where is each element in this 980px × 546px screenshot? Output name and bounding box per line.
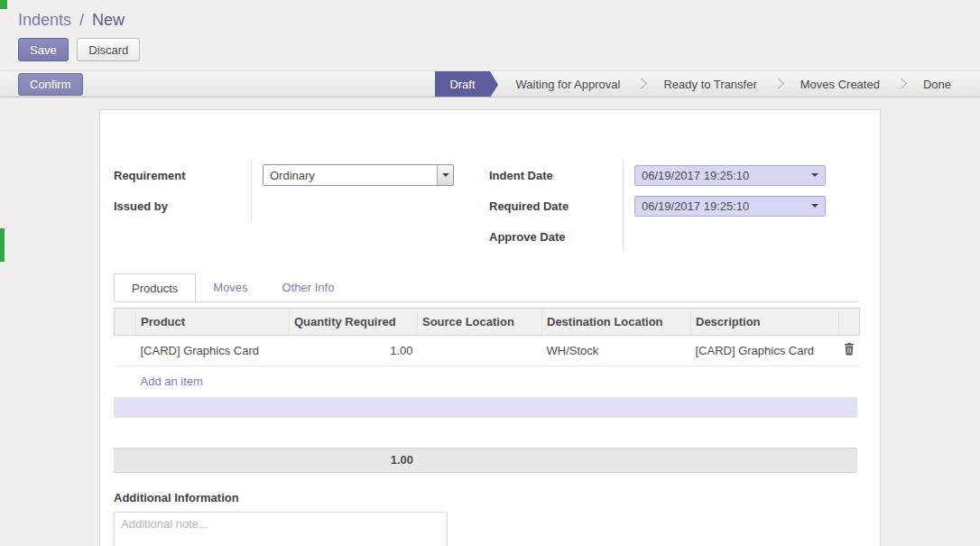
chevron-down-icon [811, 204, 818, 208]
quantity-total-value: 1.00 [114, 449, 418, 472]
additional-information-label: Additional Information [114, 491, 857, 504]
empty-new-row[interactable] [114, 397, 857, 418]
tab-moves[interactable]: Moves [196, 273, 264, 301]
cell-description[interactable]: [CARD] Graphics Card [691, 336, 839, 366]
additional-note-textarea[interactable] [114, 512, 448, 546]
table-header-row: Product Quantity Required Source Locatio… [115, 309, 860, 336]
screen-marker-top-left [0, 0, 7, 9]
form-right-column: Indent Date 06/19/2017 19:25:10 Required… [489, 160, 832, 252]
issued-by-field[interactable] [263, 196, 454, 217]
form-fields: Requirement Ordinary Issued by Indent Da… [114, 160, 857, 252]
required-date-value: 06/19/2017 19:25:10 [642, 199, 749, 213]
additional-information-section: Additional Information [114, 491, 857, 546]
screen-marker-left-edge [0, 228, 5, 262]
tab-products[interactable]: Products [114, 273, 196, 301]
form-sheet: Requirement Ordinary Issued by Indent Da… [99, 109, 881, 546]
status-step-moves-created[interactable]: Moves Created [786, 71, 894, 97]
approve-date-field[interactable] [634, 227, 826, 247]
add-item-row: Add an item [115, 366, 860, 397]
column-actions [839, 309, 860, 336]
screen: Indents / New Save Discard Confirm Draft… [0, 0, 980, 546]
chevron-down-icon [437, 165, 453, 185]
statusbar: Confirm Draft Waiting for Approval Ready… [0, 70, 980, 97]
column-handle [115, 309, 136, 336]
trash-icon [844, 343, 855, 356]
table-row[interactable]: [CARD] Graphics Card 1.00 WH/Stock [CARD… [115, 336, 860, 366]
cell-handle [115, 336, 136, 366]
field-label-required-date: Required Date [489, 190, 623, 221]
form-left-column: Requirement Ordinary Issued by [114, 160, 457, 252]
column-header-description[interactable]: Description [691, 309, 839, 336]
requirement-select[interactable]: Ordinary [263, 164, 454, 186]
indent-date-field[interactable]: 06/19/2017 19:25:10 [634, 165, 826, 186]
tab-other-info[interactable]: Other Info [265, 273, 352, 301]
notebook-tabs: Products Moves Other Info [114, 273, 857, 302]
requirement-selected-value: Ordinary [263, 169, 315, 182]
indent-date-value: 06/19/2017 19:25:10 [642, 169, 749, 182]
cell-quantity[interactable]: 1.00 [290, 336, 418, 366]
breadcrumb-indents[interactable]: Indents [18, 11, 71, 29]
cell-destination-location[interactable]: WH/Stock [542, 336, 691, 366]
column-header-product[interactable]: Product [136, 309, 290, 336]
status-steps: Draft Waiting for Approval Ready to Tran… [435, 71, 966, 97]
column-header-source-location[interactable]: Source Location [418, 309, 542, 336]
field-label-issued-by: Issued by [114, 190, 251, 221]
confirm-button[interactable]: Confirm [18, 73, 83, 96]
cell-product[interactable]: [CARD] Graphics Card [136, 336, 290, 366]
status-step-done[interactable]: Done [909, 71, 966, 97]
cell-actions [839, 336, 860, 366]
status-step-ready-to-transfer[interactable]: Ready to Transfer [649, 71, 771, 97]
delete-row-button[interactable] [844, 343, 855, 356]
chevron-right-icon [773, 71, 784, 97]
cell-source-location[interactable] [418, 336, 542, 366]
field-label-indent-date: Indent Date [489, 160, 623, 190]
cell-handle [115, 366, 136, 397]
chevron-right-icon [896, 71, 907, 97]
column-header-quantity-required[interactable]: Quantity Required [290, 309, 418, 336]
discard-button[interactable]: Discard [77, 38, 140, 61]
control-panel-buttons: Save Discard [0, 30, 980, 70]
content-area: Requirement Ordinary Issued by Indent Da… [0, 97, 980, 546]
field-label-approve-date: Approve Date [489, 221, 623, 252]
chevron-down-icon [811, 173, 818, 177]
save-button[interactable]: Save [18, 38, 69, 61]
products-table: Product Quantity Required Source Locatio… [114, 308, 860, 396]
quantity-total-row: 1.00 [114, 448, 857, 473]
breadcrumb-new: New [92, 11, 125, 29]
field-label-requirement: Requirement [114, 160, 251, 190]
status-step-waiting-for-approval[interactable]: Waiting for Approval [502, 71, 635, 97]
breadcrumb: Indents / New [0, 0, 980, 30]
add-an-item-link[interactable]: Add an item [141, 375, 203, 388]
column-header-destination-location[interactable]: Destination Location [542, 309, 691, 336]
status-step-draft[interactable]: Draft [435, 71, 489, 97]
breadcrumb-separator: / [79, 11, 84, 29]
chevron-right-icon [636, 71, 647, 97]
required-date-field[interactable]: 06/19/2017 19:25:10 [634, 196, 826, 217]
